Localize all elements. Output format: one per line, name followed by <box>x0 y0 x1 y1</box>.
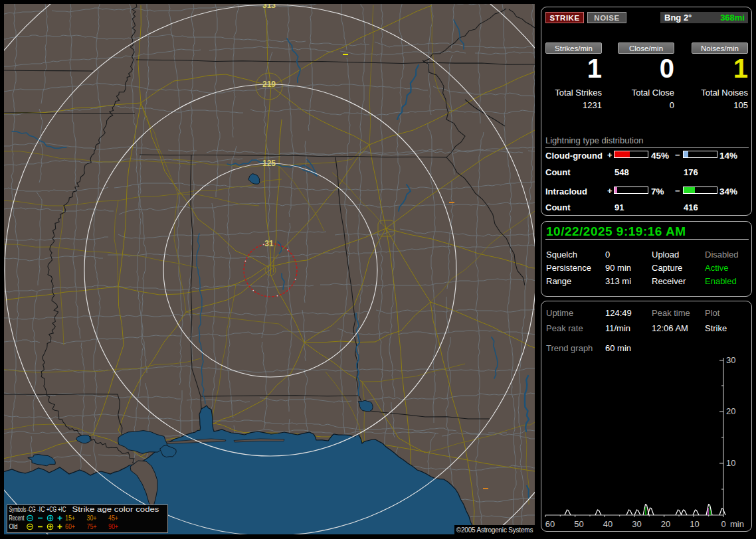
svg-text:219: 219 <box>262 80 276 89</box>
svg-text:30: 30 <box>632 519 641 529</box>
svg-text:75+: 75+ <box>87 522 97 530</box>
svg-text:10: 10 <box>690 519 699 529</box>
svg-text:Recent: Recent <box>9 514 25 522</box>
svg-text:45+: 45+ <box>108 514 118 522</box>
svg-text:20: 20 <box>661 519 670 529</box>
svg-text:10: 10 <box>726 458 735 468</box>
svg-text:313: 313 <box>262 1 276 10</box>
svg-text:90+: 90+ <box>108 522 118 530</box>
svg-text:+IC: +IC <box>58 505 66 513</box>
svg-text:60: 60 <box>545 519 555 529</box>
svg-text:31: 31 <box>264 239 274 248</box>
svg-text:15+: 15+ <box>65 514 75 522</box>
svg-text:min: min <box>730 519 744 529</box>
svg-text:30: 30 <box>726 355 735 365</box>
svg-text:50: 50 <box>574 519 583 529</box>
svg-text:60+: 60+ <box>65 522 75 530</box>
svg-text:20: 20 <box>726 406 735 416</box>
svg-text:-CG: -CG <box>27 505 36 513</box>
svg-text:Symbols: Symbols <box>9 505 27 513</box>
svg-text:Old: Old <box>9 522 18 530</box>
svg-text:+CG: +CG <box>47 505 56 513</box>
svg-text:40: 40 <box>603 519 613 529</box>
svg-text:125: 125 <box>262 159 276 168</box>
svg-text:0: 0 <box>721 519 725 529</box>
svg-text:Strike age color codes: Strike age color codes <box>72 505 159 513</box>
svg-text:-IC: -IC <box>37 505 45 513</box>
svg-text:30+: 30+ <box>87 514 97 522</box>
